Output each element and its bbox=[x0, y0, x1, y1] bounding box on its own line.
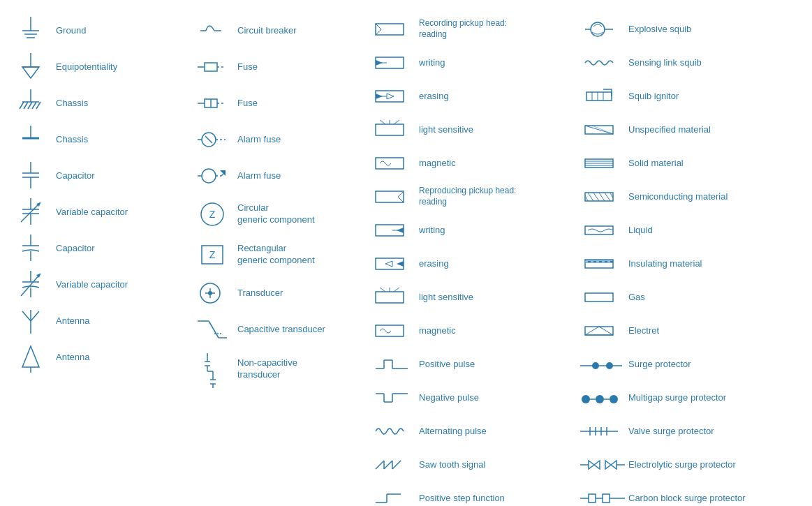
page: Ground Equipotentiality bbox=[0, 0, 812, 506]
svg-marker-158 bbox=[585, 327, 613, 335]
variable-capacitor2-label: Variable capacitor bbox=[52, 279, 186, 291]
recording-magnetic-symbol bbox=[373, 154, 415, 173]
sensing-link-squib-symbol bbox=[582, 53, 624, 73]
item-recording-light-sensitive: light sensitive bbox=[370, 114, 580, 145]
solid-material-symbol bbox=[582, 155, 624, 172]
item-recording-writing: writing bbox=[370, 47, 580, 78]
svg-marker-88 bbox=[387, 94, 394, 99]
svg-rect-79 bbox=[376, 24, 404, 35]
svg-marker-38 bbox=[22, 346, 39, 367]
svg-line-104 bbox=[380, 288, 385, 292]
item-recording-reading: Recording pickup head:reading bbox=[370, 14, 580, 45]
svg-line-35 bbox=[22, 311, 31, 321]
electret-label: Electret bbox=[624, 325, 800, 337]
item-rectangular-generic: Z Rectangular generic component bbox=[189, 236, 370, 274]
svg-line-147 bbox=[588, 193, 593, 201]
item-capacitive-transducer: Capacitive transducer bbox=[189, 313, 370, 346]
reproducing-erasing-symbol bbox=[373, 254, 415, 274]
svg-line-118 bbox=[376, 461, 384, 469]
svg-line-92 bbox=[394, 120, 399, 124]
carbon-block-surge-protector-symbol bbox=[582, 489, 624, 506]
item-non-capacitive-transducer: Non-capacitive transducer bbox=[189, 349, 370, 389]
svg-point-162 bbox=[606, 362, 613, 369]
recording-reading-symbol bbox=[373, 20, 415, 39]
valve-surge-protector-symbol bbox=[582, 422, 624, 441]
negative-pulse-symbol bbox=[373, 388, 415, 408]
svg-rect-94 bbox=[376, 191, 404, 202]
liquid-label: Liquid bbox=[624, 225, 800, 237]
column-1: Ground Equipotentiality bbox=[7, 14, 189, 506]
squib-ignitor-label: Squib ignitor bbox=[624, 91, 800, 103]
saw-tooth-symbol bbox=[373, 455, 415, 475]
item-carbon-block-surge-protector: Carbon block surge protector bbox=[580, 483, 803, 506]
svg-marker-87 bbox=[376, 94, 383, 99]
item-recording-erasing: erasing bbox=[370, 81, 580, 112]
svg-point-65 bbox=[208, 291, 212, 295]
surge-protector-symbol bbox=[582, 356, 624, 373]
item-recording-magnetic: magnetic bbox=[370, 148, 580, 179]
svg-rect-103 bbox=[376, 292, 404, 303]
fuse1-symbol bbox=[191, 52, 233, 82]
svg-line-13 bbox=[36, 102, 40, 109]
saw-tooth-label: Saw tooth signal bbox=[415, 459, 577, 471]
recording-erasing-label: erasing bbox=[415, 91, 577, 103]
sensing-link-squib-label: Sensing link squib bbox=[624, 57, 800, 69]
capacitor2-label: Capacitor bbox=[52, 243, 186, 255]
item-liquid: Liquid bbox=[580, 215, 803, 246]
unspecified-material-symbol bbox=[582, 121, 624, 138]
reproducing-light-sensitive-symbol bbox=[373, 288, 415, 307]
fuse2-label: Fuse bbox=[233, 98, 367, 110]
positive-step-symbol bbox=[373, 489, 415, 506]
transducer-label: Transducer bbox=[233, 288, 367, 299]
svg-line-81 bbox=[376, 29, 381, 35]
positive-step-label: Positive step function bbox=[415, 493, 577, 505]
non-capacitive-transducer-symbol bbox=[191, 350, 233, 388]
alternating-pulse-label: Alternating pulse bbox=[415, 426, 577, 438]
multigap-surge-protector-symbol bbox=[582, 389, 624, 406]
item-reproducing-light-sensitive: light sensitive bbox=[370, 282, 580, 313]
unspecified-material-label: Unspecified material bbox=[624, 124, 800, 136]
item-semiconducting-material: Semiconducting material bbox=[580, 181, 803, 212]
svg-marker-99 bbox=[397, 228, 404, 233]
item-electret: Electret bbox=[580, 315, 803, 346]
capacitive-transducer-symbol bbox=[191, 314, 233, 345]
reproducing-light-sensitive-label: light sensitive bbox=[415, 292, 577, 304]
gas-symbol bbox=[582, 289, 624, 306]
svg-marker-6 bbox=[22, 67, 39, 78]
transducer-symbol bbox=[191, 278, 233, 308]
chassis2-label: Chassis bbox=[52, 134, 186, 146]
svg-line-67 bbox=[209, 321, 219, 338]
svg-rect-183 bbox=[589, 494, 596, 503]
variable-capacitor1-symbol bbox=[10, 197, 52, 228]
svg-line-139 bbox=[585, 126, 613, 134]
item-capacitor2: Capacitor bbox=[7, 232, 189, 265]
item-solid-material: Solid material bbox=[580, 148, 803, 179]
svg-line-11 bbox=[28, 102, 32, 109]
item-ground: Ground bbox=[7, 14, 189, 47]
alternating-pulse-symbol bbox=[373, 422, 415, 441]
item-antenna1: Antenna bbox=[7, 304, 189, 338]
item-variable-capacitor1: Variable capacitor bbox=[7, 195, 189, 229]
column-4: Explosive squib Sensing link squib bbox=[580, 14, 803, 506]
item-chassis2: Chassis bbox=[7, 123, 189, 156]
svg-text:Z: Z bbox=[209, 249, 216, 260]
item-saw-tooth: Saw tooth signal bbox=[370, 449, 580, 480]
reproducing-erasing-label: erasing bbox=[415, 258, 577, 270]
capacitor1-symbol bbox=[10, 161, 52, 191]
capacitive-transducer-label: Capacitive transducer bbox=[233, 324, 367, 336]
svg-point-168 bbox=[610, 395, 618, 403]
item-gas: Gas bbox=[580, 282, 803, 313]
reproducing-reading-label: Reproducing pickup head:reading bbox=[415, 186, 577, 207]
svg-rect-152 bbox=[585, 226, 613, 235]
capacitor2-symbol bbox=[10, 233, 52, 264]
item-reproducing-magnetic: magnetic bbox=[370, 315, 580, 346]
fuse2-symbol bbox=[191, 88, 233, 119]
non-capacitive-transducer-label: Non-capacitive transducer bbox=[233, 357, 367, 381]
reproducing-writing-label: writing bbox=[415, 225, 577, 237]
liquid-symbol bbox=[582, 222, 624, 239]
reproducing-magnetic-symbol bbox=[373, 321, 415, 341]
multigap-surge-protector-label: Multigap surge protector bbox=[624, 392, 800, 404]
rectangular-generic-label: Rectangular generic component bbox=[233, 243, 367, 267]
ground-label: Ground bbox=[52, 25, 186, 37]
item-sensing-link-squib: Sensing link squib bbox=[580, 47, 803, 78]
